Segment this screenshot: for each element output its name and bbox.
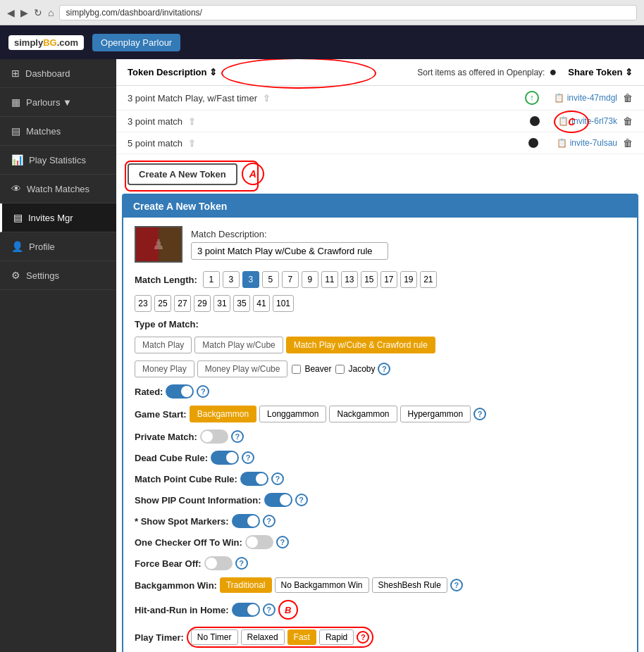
sidebar-item-settings[interactable]: ⚙ Settings xyxy=(0,261,116,290)
match-type-row1: Match Play Match Play w/Cube Match Play … xyxy=(135,337,626,353)
match-length-3-active[interactable]: 3 xyxy=(242,271,259,288)
hit-run-toggle[interactable] xyxy=(232,603,260,617)
match-length-101[interactable]: 101 xyxy=(273,295,294,312)
sidebar-item-label: Invites Mgr xyxy=(28,213,73,223)
force-bear-toggle-thumb xyxy=(206,558,217,569)
match-length-5[interactable]: 5 xyxy=(262,271,279,288)
match-length-41[interactable]: 41 xyxy=(253,295,270,312)
game-start-hypergammon[interactable]: Hypergammon xyxy=(400,406,471,422)
timer-fast[interactable]: Fast xyxy=(287,629,316,645)
sidebar-item-play-statistics[interactable]: 📊 Play Statistics xyxy=(0,146,116,175)
game-start-backgammon[interactable]: Backgammon xyxy=(190,406,256,422)
sidebar-item-label: Matches xyxy=(26,126,61,137)
match-type-money-play-cube[interactable]: Money Play w/Cube xyxy=(197,361,288,377)
match-type-money-play[interactable]: Money Play xyxy=(135,361,194,377)
match-point-cube-help-icon[interactable]: ? xyxy=(271,472,284,485)
show-spot-help-icon[interactable]: ? xyxy=(263,515,275,527)
match-type-match-play[interactable]: Match Play xyxy=(135,337,192,353)
forward-button[interactable]: ▶ xyxy=(20,7,28,18)
match-length-15[interactable]: 15 xyxy=(361,271,378,288)
token-name: 3 point Match Play, w/Fast timer ⇧ xyxy=(128,93,521,104)
match-length-row: Match Length: 1 3 3 5 7 9 11 13 15 17 19… xyxy=(135,271,626,288)
sidebar-item-dashboard[interactable]: ⊞ Dashboard xyxy=(0,59,116,88)
game-start-help-icon[interactable]: ? xyxy=(473,408,486,420)
sidebar-item-profile[interactable]: 👤 Profile xyxy=(0,232,116,261)
force-bear-help-icon[interactable]: ? xyxy=(235,557,248,570)
match-length-25[interactable]: 25 xyxy=(154,295,171,312)
sidebar-item-watch-matches[interactable]: 👁 Watch Matches xyxy=(0,175,116,203)
sidebar-item-matches[interactable]: ▤ Matches xyxy=(0,117,116,146)
bg-win-help-icon[interactable]: ? xyxy=(450,579,463,591)
game-start-longgammon[interactable]: Longgammon xyxy=(259,406,326,422)
private-help-icon[interactable]: ? xyxy=(231,430,244,443)
refresh-button[interactable]: ↻ xyxy=(34,7,42,18)
timer-relaxed[interactable]: Relaxed xyxy=(241,629,285,645)
create-form-header: Create A New Token xyxy=(123,195,637,218)
match-length-35[interactable]: 35 xyxy=(233,295,250,312)
match-length-7[interactable]: 7 xyxy=(282,271,299,288)
dead-cube-help-icon[interactable]: ? xyxy=(242,451,254,464)
rated-help-icon[interactable]: ? xyxy=(197,385,209,398)
delete-button[interactable]: 🗑 xyxy=(623,115,633,127)
match-length-9[interactable]: 9 xyxy=(302,271,318,288)
address-bar[interactable]: simplybg.com/dashboard/invitations/ xyxy=(59,5,637,20)
match-length-29[interactable]: 29 xyxy=(194,295,211,312)
match-length-21[interactable]: 21 xyxy=(420,271,437,288)
match-type-help-icon[interactable]: ? xyxy=(378,363,390,375)
token-name: 3 point match ⇧ xyxy=(128,116,526,127)
game-start-nackgammon[interactable]: Nackgammon xyxy=(329,406,397,422)
rated-toggle[interactable] xyxy=(166,384,194,399)
match-type-match-play-cube[interactable]: Match Play w/Cube xyxy=(194,337,283,353)
sidebar-item-invites-mgr[interactable]: ▤ Invites Mgr xyxy=(0,203,116,232)
match-length-13[interactable]: 13 xyxy=(341,271,358,288)
status-dot xyxy=(530,116,540,126)
share-icon[interactable]: ⇧ xyxy=(188,116,196,127)
match-length-27[interactable]: 27 xyxy=(174,295,191,312)
match-length-31[interactable]: 31 xyxy=(213,295,230,312)
sort-dot: ● xyxy=(549,65,557,80)
openplay-parlour-button[interactable]: Openplay Parlour xyxy=(92,34,180,51)
match-point-toggle-thumb xyxy=(256,473,267,484)
invites-icon: ▤ xyxy=(13,212,23,223)
share-icon[interactable]: ⇧ xyxy=(263,93,271,104)
match-point-cube-toggle[interactable] xyxy=(240,472,268,486)
home-button[interactable]: ⌂ xyxy=(48,7,54,18)
match-length-23[interactable]: 23 xyxy=(135,295,151,312)
match-desc-input[interactable] xyxy=(191,242,388,260)
match-length-1[interactable]: 1 xyxy=(203,271,220,288)
bg-win-no-bg[interactable]: No Backgammon Win xyxy=(275,577,369,593)
game-start-row: Game Start: Backgammon Longgammon Nackga… xyxy=(135,406,626,422)
timer-rapid[interactable]: Rapid xyxy=(319,629,354,645)
show-pip-toggle[interactable] xyxy=(264,493,292,507)
bg-win-sheshbesh[interactable]: SheshBesh Rule xyxy=(372,577,447,593)
dead-cube-toggle[interactable] xyxy=(211,451,239,465)
bg-win-traditional[interactable]: Traditional xyxy=(220,577,272,593)
match-length-11[interactable]: 11 xyxy=(321,271,338,288)
create-new-token-button[interactable]: Create A New Token xyxy=(128,163,237,185)
timer-oval-annotation: No Timer Relaxed Fast Rapid ? xyxy=(187,627,373,648)
timer-no-timer[interactable]: No Timer xyxy=(191,629,238,645)
one-checker-toggle[interactable] xyxy=(245,535,273,549)
delete-button[interactable]: 🗑 xyxy=(623,92,633,104)
match-length-3[interactable]: 3 xyxy=(223,271,240,288)
force-bear-toggle[interactable] xyxy=(204,556,233,570)
delete-button[interactable]: 🗑 xyxy=(623,137,633,149)
match-length-17[interactable]: 17 xyxy=(380,271,397,288)
jacoby-checkbox[interactable] xyxy=(335,365,345,374)
show-pip-help-icon[interactable]: ? xyxy=(295,494,308,506)
timer-help-icon[interactable]: ? xyxy=(357,631,369,644)
share-icon[interactable]: ⇧ xyxy=(188,138,196,149)
match-length-19[interactable]: 19 xyxy=(400,271,417,288)
hit-run-help-icon[interactable]: ? xyxy=(263,603,275,616)
back-button[interactable]: ◀ xyxy=(7,7,15,18)
up-arrow-green-icon[interactable]: ↑ xyxy=(525,91,539,105)
dead-cube-toggle-thumb xyxy=(226,452,237,463)
one-checker-help-icon[interactable]: ? xyxy=(276,536,289,548)
sidebar: ⊞ Dashboard ▦ Parlours ▼ ▤ Matches 📊 Pla… xyxy=(0,59,116,652)
private-match-toggle[interactable] xyxy=(200,430,228,444)
show-spot-toggle[interactable] xyxy=(232,514,260,528)
share-token-header: Share Token ⇕ xyxy=(568,67,633,77)
beaver-checkbox[interactable] xyxy=(292,365,301,374)
match-type-match-play-cube-crawford[interactable]: Match Play w/Cube & Crawford rule xyxy=(286,337,435,353)
sidebar-item-parlours[interactable]: ▦ Parlours ▼ xyxy=(0,88,116,117)
